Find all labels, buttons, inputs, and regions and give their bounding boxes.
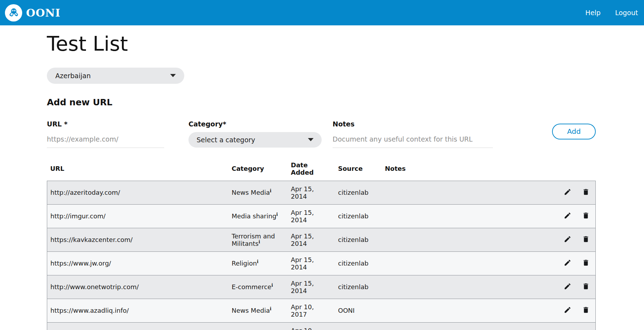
- table-header-row: URL Category Date Added Source Notes: [47, 161, 596, 181]
- source-cell: citizenlab: [335, 204, 382, 228]
- pencil-icon: [564, 259, 571, 268]
- source-cell: citizenlab: [335, 275, 382, 299]
- info-icon[interactable]: i: [259, 239, 260, 244]
- notes-cell: [382, 228, 558, 251]
- url-cell: http://azeritoday.com/: [47, 181, 229, 204]
- category-cell: Media sharingi: [229, 204, 288, 228]
- country-select-value: Azerbaijan: [55, 72, 91, 80]
- category-select-value: Select a category: [197, 136, 255, 144]
- brand-home-link[interactable]: OONI: [5, 4, 61, 21]
- info-icon[interactable]: i: [276, 211, 278, 217]
- edit-button[interactable]: [563, 212, 572, 220]
- source-cell: citizenlab: [335, 228, 382, 251]
- add-url-form: URL * Category* Select a category Notes …: [47, 120, 644, 148]
- top-navigation-bar: OONI Help Logout: [0, 0, 644, 25]
- trash-icon: [582, 212, 590, 220]
- table-row: http://imgur.com/ Media sharingi Apr 15,…: [47, 204, 596, 228]
- main-content: Test List Azerbaijan Add new URL URL * C…: [0, 25, 644, 330]
- notes-cell: [382, 275, 558, 299]
- info-icon[interactable]: i: [270, 188, 271, 193]
- url-input[interactable]: [47, 132, 164, 148]
- url-cell: https://www.azadliq.info/: [47, 299, 229, 322]
- source-cell: OONI: [335, 299, 382, 322]
- category-select[interactable]: Select a category: [188, 132, 322, 148]
- column-header-category: Category: [229, 161, 288, 181]
- notes-cell: [382, 204, 558, 228]
- actions-cell: [558, 322, 596, 330]
- column-header-url: URL: [47, 161, 229, 181]
- country-select[interactable]: Azerbaijan: [47, 68, 184, 84]
- info-icon[interactable]: i: [271, 282, 273, 288]
- edit-button[interactable]: [563, 236, 572, 244]
- chevron-down-icon: [308, 138, 314, 141]
- delete-button[interactable]: [582, 212, 590, 220]
- column-header-actions: [558, 161, 596, 181]
- date-added-cell: Apr 15, 2014: [288, 251, 335, 275]
- actions-cell: [558, 181, 596, 204]
- category-cell: News Mediai: [229, 322, 288, 330]
- actions-cell: [558, 251, 596, 275]
- category-cell: E-commercei: [229, 275, 288, 299]
- source-cell: citizenlab: [335, 181, 382, 204]
- date-added-cell: Apr 15, 2014: [288, 181, 335, 204]
- column-header-notes: Notes: [382, 161, 558, 181]
- pencil-icon: [564, 188, 571, 197]
- pencil-icon: [564, 212, 571, 220]
- column-header-date-added: Date Added: [288, 161, 335, 181]
- add-button-wrap: Add: [552, 120, 596, 139]
- actions-cell: [558, 204, 596, 228]
- table-row: http://azeritoday.com/ News Mediai Apr 1…: [47, 181, 596, 204]
- date-added-cell: Apr 10, 2017: [288, 299, 335, 322]
- category-label: Category*: [188, 120, 322, 128]
- url-cell: https://www.jw.org/: [47, 251, 229, 275]
- delete-button[interactable]: [582, 236, 590, 244]
- notes-field-group: Notes: [333, 120, 493, 148]
- table-row: https://www.azadliq.org/ News Mediai Apr…: [47, 322, 596, 330]
- notes-cell: [382, 322, 558, 330]
- info-icon[interactable]: i: [270, 306, 271, 311]
- trash-icon: [582, 188, 590, 197]
- delete-button[interactable]: [582, 283, 590, 291]
- help-link[interactable]: Help: [586, 9, 601, 17]
- date-added-cell: Apr 15, 2014: [288, 275, 335, 299]
- category-cell: Religioni: [229, 251, 288, 275]
- logout-link[interactable]: Logout: [615, 9, 638, 17]
- urls-table: URL Category Date Added Source Notes htt…: [47, 161, 596, 330]
- trash-icon: [582, 282, 590, 291]
- actions-cell: [558, 299, 596, 322]
- url-cell: https://kavkazcenter.com/: [47, 228, 229, 251]
- delete-button[interactable]: [582, 259, 590, 268]
- url-cell: http://imgur.com/: [47, 204, 229, 228]
- actions-cell: [558, 275, 596, 299]
- url-field-group: URL *: [47, 120, 164, 148]
- category-cell: News Mediai: [229, 299, 288, 322]
- edit-button[interactable]: [563, 306, 572, 315]
- url-cell: https://www.azadliq.org/: [47, 322, 229, 330]
- date-added-cell: Apr 15, 2014: [288, 204, 335, 228]
- edit-button[interactable]: [563, 188, 572, 197]
- url-cell: http://www.onetwotrip.com/: [47, 275, 229, 299]
- chevron-down-icon: [170, 74, 176, 77]
- trash-icon: [582, 259, 590, 268]
- date-added-cell: Apr 10, 2017: [288, 322, 335, 330]
- table-row: https://www.jw.org/ Religioni Apr 15, 20…: [47, 251, 596, 275]
- category-field-group: Category* Select a category: [188, 120, 322, 148]
- page-title: Test List: [47, 25, 644, 56]
- add-button[interactable]: Add: [552, 124, 596, 139]
- notes-input[interactable]: [333, 132, 493, 148]
- pencil-icon: [564, 306, 571, 315]
- category-cell: Terrorism and Militantsi: [229, 228, 288, 251]
- delete-button[interactable]: [582, 306, 590, 315]
- edit-button[interactable]: [563, 283, 572, 291]
- info-icon[interactable]: i: [257, 259, 258, 264]
- edit-button[interactable]: [563, 259, 572, 268]
- notes-cell: [382, 299, 558, 322]
- url-label: URL *: [47, 120, 164, 128]
- source-cell: OONI: [335, 322, 382, 330]
- trash-icon: [582, 306, 590, 315]
- column-header-source: Source: [335, 161, 382, 181]
- source-cell: citizenlab: [335, 251, 382, 275]
- brand-logotype: OONI: [26, 7, 61, 19]
- trash-icon: [582, 235, 590, 244]
- delete-button[interactable]: [582, 188, 590, 197]
